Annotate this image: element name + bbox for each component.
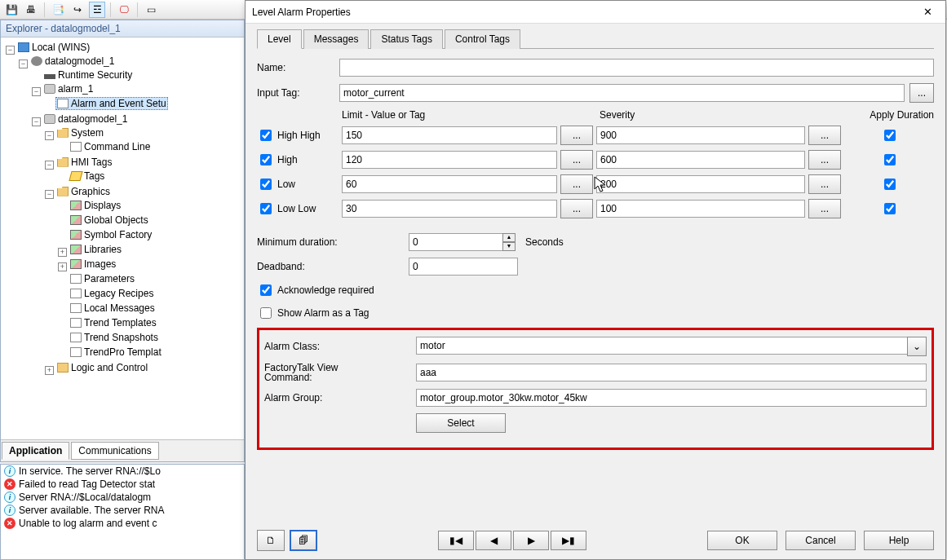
low-low-checkbox[interactable] [260, 203, 272, 214]
next-record-button[interactable]: ▶ [513, 531, 549, 550]
tool-icon-3[interactable]: ☲ [89, 2, 105, 18]
low-limit-browse[interactable]: ... [560, 174, 593, 194]
info-icon: i [4, 505, 15, 516]
low-severity-browse[interactable]: ... [808, 174, 841, 194]
trend-icon [70, 318, 82, 328]
high-high-checkbox[interactable] [260, 130, 272, 141]
input-tag-field[interactable] [339, 84, 905, 102]
trendpro-icon [70, 347, 82, 357]
last-record-button[interactable]: ▶▮ [551, 531, 586, 550]
explorer-tree[interactable]: −Local (WINS) −datalogmodel_1 Runtime Se… [1, 37, 244, 438]
low-severity-field[interactable] [596, 175, 805, 193]
select-button[interactable]: Select [416, 413, 506, 433]
prev-record-button[interactable]: ◀ [476, 531, 511, 550]
expand-icon[interactable]: − [32, 117, 41, 126]
ftv-command-field[interactable] [416, 364, 927, 381]
tree-project: datalogmodel_1 [29, 55, 116, 67]
tab-status-tags[interactable]: Status Tags [370, 29, 442, 49]
folder-open-icon [57, 187, 69, 196]
log-pane: iIn service. The server RNA://$Lo ✕Faile… [0, 464, 245, 560]
low-label: Low [277, 179, 295, 190]
cmd-icon [70, 142, 82, 152]
expand-icon[interactable]: − [19, 60, 28, 68]
recipe-icon [70, 289, 82, 298]
new-record-button[interactable]: 🗋 [257, 530, 285, 551]
acknowledge-required-checkbox[interactable] [260, 284, 272, 296]
tool-icon-1[interactable]: 📑 [50, 2, 66, 18]
low-low-limit-field[interactable] [342, 200, 557, 218]
tab-messages[interactable]: Messages [303, 29, 370, 49]
high-high-limit-field[interactable] [342, 126, 557, 144]
tree-trendpro: TrendPro Templat [69, 346, 163, 358]
expand-icon[interactable]: + [58, 248, 67, 257]
tab-communications[interactable]: Communications [71, 442, 158, 460]
tool-icon-4[interactable]: ▭ [143, 2, 159, 18]
high-severity-field[interactable] [596, 151, 805, 169]
snap-icon [70, 333, 82, 342]
low-limit-field[interactable] [342, 175, 557, 193]
tool-icon-2[interactable]: ↪ [69, 2, 86, 18]
expand-icon[interactable]: − [6, 46, 15, 55]
high-apply-checkbox[interactable] [884, 154, 896, 165]
expand-icon[interactable]: − [45, 131, 54, 140]
tree-alarm: alarm_1 [42, 83, 95, 95]
tree-legacy-recipes: Legacy Recipes [69, 288, 155, 299]
explorer-title: Explorer - datalogmodel_1 [1, 20, 244, 37]
tab-application[interactable]: Application [2, 442, 69, 460]
high-severity-browse[interactable]: ... [808, 150, 841, 170]
high-high-limit-browse[interactable]: ... [560, 126, 593, 145]
monitor-icon[interactable]: 🖵 [116, 2, 132, 18]
tree-images: Images [69, 258, 117, 270]
expand-icon[interactable]: + [58, 262, 67, 271]
tab-level[interactable]: Level [257, 29, 302, 49]
low-low-apply-checkbox[interactable] [884, 203, 896, 214]
dialog-title-text: Level Alarm Properties [252, 7, 351, 18]
expand-icon[interactable]: + [45, 366, 54, 375]
low-low-severity-field[interactable] [596, 200, 805, 218]
high-high-severity-browse[interactable]: ... [808, 126, 841, 145]
explorer-panel: Explorer - datalogmodel_1 −Local (WINS) … [0, 20, 245, 462]
log-row: iServer RNA://$Local/datalogm [1, 491, 244, 504]
highlighted-section: Alarm Class: ⌄ FactoryTalk ViewCommand: … [257, 328, 934, 450]
high-limit-browse[interactable]: ... [560, 150, 593, 170]
low-low-severity-browse[interactable]: ... [808, 199, 841, 218]
save-icon[interactable]: 💾 [3, 2, 20, 18]
ftv-command-label: FactoryTalk ViewCommand: [264, 363, 411, 382]
tree-displays: Displays [69, 200, 122, 211]
alarm-class-dropdown-button[interactable]: ⌄ [907, 337, 927, 356]
alarm-group-field[interactable] [416, 389, 927, 407]
img-icon [70, 259, 82, 269]
expand-icon[interactable]: − [32, 87, 41, 96]
first-record-button[interactable]: ▮◀ [438, 531, 474, 550]
low-apply-checkbox[interactable] [884, 179, 896, 190]
min-duration-field[interactable] [409, 233, 503, 251]
low-low-limit-browse[interactable]: ... [560, 199, 593, 218]
min-duration-spinner[interactable]: ▲▼ [502, 233, 516, 251]
expand-icon[interactable]: − [45, 161, 54, 170]
print-icon[interactable]: 🖶 [23, 2, 39, 18]
high-high-severity-field[interactable] [596, 126, 805, 144]
name-field[interactable] [339, 59, 934, 77]
copy-record-button[interactable]: 🗐 [290, 530, 317, 551]
apply-duration-header: Apply Duration [844, 109, 934, 121]
tab-control-tags[interactable]: Control Tags [445, 29, 520, 49]
high-checkbox[interactable] [260, 154, 272, 165]
alarm-class-field[interactable] [416, 337, 908, 355]
help-button[interactable]: Help [864, 531, 934, 550]
low-checkbox[interactable] [260, 179, 272, 190]
show-alarm-as-tag-checkbox[interactable] [260, 307, 272, 319]
ok-button[interactable]: OK [707, 531, 777, 550]
tag-icon [69, 171, 82, 181]
tree-trend-snapshots: Trend Snapshots [69, 332, 160, 343]
tree-graphics: Graphics [55, 186, 112, 197]
deadband-field[interactable] [409, 258, 518, 276]
high-high-apply-checkbox[interactable] [884, 130, 896, 141]
expand-icon[interactable]: − [45, 190, 54, 199]
alarm-icon [44, 84, 55, 94]
high-limit-field[interactable] [342, 151, 557, 169]
close-button[interactable]: ✕ [916, 3, 939, 21]
tree-hmi-tags: HMI Tags [55, 157, 113, 168]
input-tag-browse-button[interactable]: ... [909, 83, 934, 103]
cancel-button[interactable]: Cancel [785, 531, 856, 550]
key-icon [44, 74, 55, 79]
